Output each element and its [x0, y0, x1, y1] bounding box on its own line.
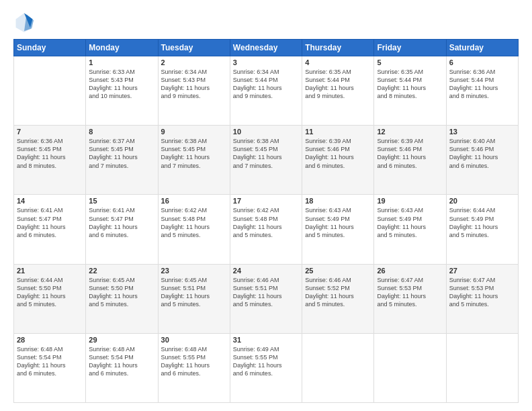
- cell-info: Sunrise: 6:45 AM Sunset: 5:50 PM Dayligh…: [89, 276, 154, 309]
- calendar-header-row: SundayMondayTuesdayWednesdayThursdayFrid…: [14, 40, 519, 56]
- day-number: 21: [17, 267, 83, 275]
- day-number: 26: [377, 267, 443, 275]
- day-number: 25: [305, 267, 371, 275]
- cell-info: Sunrise: 6:45 AM Sunset: 5:51 PM Dayligh…: [161, 276, 227, 309]
- col-header-friday: Friday: [374, 40, 446, 56]
- calendar-cell: 10Sunrise: 6:38 AM Sunset: 5:45 PM Dayli…: [230, 126, 302, 195]
- cell-info: Sunrise: 6:38 AM Sunset: 5:45 PM Dayligh…: [161, 137, 227, 170]
- calendar-cell: 18Sunrise: 6:43 AM Sunset: 5:49 PM Dayli…: [302, 195, 374, 264]
- day-number: 6: [449, 58, 515, 66]
- col-header-tuesday: Tuesday: [158, 40, 230, 56]
- calendar-cell: 2Sunrise: 6:34 AM Sunset: 5:43 PM Daylig…: [158, 56, 230, 126]
- cell-info: Sunrise: 6:39 AM Sunset: 5:46 PM Dayligh…: [377, 137, 443, 170]
- calendar-cell: 31Sunrise: 6:49 AM Sunset: 5:55 PM Dayli…: [230, 333, 302, 402]
- cell-info: Sunrise: 6:36 AM Sunset: 5:45 PM Dayligh…: [17, 137, 83, 170]
- col-header-wednesday: Wednesday: [230, 40, 302, 56]
- day-number: 27: [449, 267, 515, 275]
- cell-info: Sunrise: 6:44 AM Sunset: 5:49 PM Dayligh…: [449, 206, 515, 239]
- calendar-cell: 14Sunrise: 6:41 AM Sunset: 5:47 PM Dayli…: [14, 195, 86, 264]
- calendar-cell: 22Sunrise: 6:45 AM Sunset: 5:50 PM Dayli…: [86, 264, 158, 333]
- day-number: 19: [377, 197, 443, 205]
- cell-info: Sunrise: 6:47 AM Sunset: 5:53 PM Dayligh…: [377, 276, 443, 309]
- cell-info: Sunrise: 6:42 AM Sunset: 5:48 PM Dayligh…: [233, 206, 299, 239]
- calendar-cell: 11Sunrise: 6:39 AM Sunset: 5:46 PM Dayli…: [302, 126, 374, 195]
- day-number: 16: [161, 197, 227, 205]
- cell-info: Sunrise: 6:46 AM Sunset: 5:52 PM Dayligh…: [305, 276, 371, 309]
- cell-info: Sunrise: 6:33 AM Sunset: 5:43 PM Dayligh…: [89, 68, 154, 101]
- day-number: 5: [377, 58, 443, 66]
- calendar-cell: 9Sunrise: 6:38 AM Sunset: 5:45 PM Daylig…: [158, 126, 230, 195]
- calendar-cell: 16Sunrise: 6:42 AM Sunset: 5:48 PM Dayli…: [158, 195, 230, 264]
- week-row-5: 28Sunrise: 6:48 AM Sunset: 5:54 PM Dayli…: [14, 333, 519, 402]
- calendar-cell: 25Sunrise: 6:46 AM Sunset: 5:52 PM Dayli…: [302, 264, 374, 333]
- cell-info: Sunrise: 6:39 AM Sunset: 5:46 PM Dayligh…: [305, 137, 371, 170]
- week-row-2: 7Sunrise: 6:36 AM Sunset: 5:45 PM Daylig…: [14, 126, 519, 195]
- calendar-cell: 1Sunrise: 6:33 AM Sunset: 5:43 PM Daylig…: [86, 56, 158, 126]
- calendar-cell: 26Sunrise: 6:47 AM Sunset: 5:53 PM Dayli…: [374, 264, 446, 333]
- calendar-table: SundayMondayTuesdayWednesdayThursdayFrid…: [13, 39, 519, 403]
- col-header-sunday: Sunday: [14, 40, 86, 56]
- day-number: 11: [305, 128, 371, 136]
- cell-info: Sunrise: 6:36 AM Sunset: 5:44 PM Dayligh…: [449, 68, 515, 101]
- cell-info: Sunrise: 6:43 AM Sunset: 5:49 PM Dayligh…: [377, 206, 443, 239]
- calendar-cell: 15Sunrise: 6:41 AM Sunset: 5:47 PM Dayli…: [86, 195, 158, 264]
- day-number: 31: [233, 336, 299, 344]
- day-number: 29: [89, 336, 154, 344]
- day-number: 23: [161, 267, 227, 275]
- calendar-cell: 29Sunrise: 6:48 AM Sunset: 5:54 PM Dayli…: [86, 333, 158, 402]
- day-number: 20: [449, 197, 515, 205]
- calendar-cell: 30Sunrise: 6:48 AM Sunset: 5:55 PM Dayli…: [158, 333, 230, 402]
- logo: [13, 11, 38, 32]
- day-number: 9: [161, 128, 227, 136]
- cell-info: Sunrise: 6:35 AM Sunset: 5:44 PM Dayligh…: [305, 68, 371, 101]
- day-number: 1: [89, 58, 154, 66]
- cell-info: Sunrise: 6:34 AM Sunset: 5:43 PM Dayligh…: [161, 68, 227, 101]
- calendar-cell: [446, 333, 518, 402]
- calendar-cell: 24Sunrise: 6:46 AM Sunset: 5:51 PM Dayli…: [230, 264, 302, 333]
- day-number: 8: [89, 128, 154, 136]
- day-number: 28: [17, 336, 83, 344]
- cell-info: Sunrise: 6:35 AM Sunset: 5:44 PM Dayligh…: [377, 68, 443, 101]
- col-header-saturday: Saturday: [446, 40, 518, 56]
- week-row-4: 21Sunrise: 6:44 AM Sunset: 5:50 PM Dayli…: [14, 264, 519, 333]
- col-header-thursday: Thursday: [302, 40, 374, 56]
- day-number: 7: [17, 128, 83, 136]
- header: [13, 11, 519, 32]
- calendar-cell: 5Sunrise: 6:35 AM Sunset: 5:44 PM Daylig…: [374, 56, 446, 126]
- calendar-cell: [14, 56, 86, 126]
- day-number: 10: [233, 128, 299, 136]
- calendar-cell: 3Sunrise: 6:34 AM Sunset: 5:44 PM Daylig…: [230, 56, 302, 126]
- day-number: 24: [233, 267, 299, 275]
- cell-info: Sunrise: 6:41 AM Sunset: 5:47 PM Dayligh…: [89, 206, 154, 239]
- calendar-cell: 12Sunrise: 6:39 AM Sunset: 5:46 PM Dayli…: [374, 126, 446, 195]
- cell-info: Sunrise: 6:43 AM Sunset: 5:49 PM Dayligh…: [305, 206, 371, 239]
- cell-info: Sunrise: 6:38 AM Sunset: 5:45 PM Dayligh…: [233, 137, 299, 170]
- calendar-cell: 17Sunrise: 6:42 AM Sunset: 5:48 PM Dayli…: [230, 195, 302, 264]
- day-number: 18: [305, 197, 371, 205]
- week-row-1: 1Sunrise: 6:33 AM Sunset: 5:43 PM Daylig…: [14, 56, 519, 126]
- calendar-cell: 8Sunrise: 6:37 AM Sunset: 5:45 PM Daylig…: [86, 126, 158, 195]
- day-number: 2: [161, 58, 227, 66]
- cell-info: Sunrise: 6:34 AM Sunset: 5:44 PM Dayligh…: [233, 68, 299, 101]
- cell-info: Sunrise: 6:44 AM Sunset: 5:50 PM Dayligh…: [17, 276, 83, 309]
- day-number: 30: [161, 336, 227, 344]
- cell-info: Sunrise: 6:46 AM Sunset: 5:51 PM Dayligh…: [233, 276, 299, 309]
- day-number: 13: [449, 128, 515, 136]
- day-number: 4: [305, 58, 371, 66]
- day-number: 12: [377, 128, 443, 136]
- week-row-3: 14Sunrise: 6:41 AM Sunset: 5:47 PM Dayli…: [14, 195, 519, 264]
- calendar-cell: 6Sunrise: 6:36 AM Sunset: 5:44 PM Daylig…: [446, 56, 518, 126]
- calendar-cell: 19Sunrise: 6:43 AM Sunset: 5:49 PM Dayli…: [374, 195, 446, 264]
- day-number: 3: [233, 58, 299, 66]
- cell-info: Sunrise: 6:42 AM Sunset: 5:48 PM Dayligh…: [161, 206, 227, 239]
- calendar-cell: 20Sunrise: 6:44 AM Sunset: 5:49 PM Dayli…: [446, 195, 518, 264]
- cell-info: Sunrise: 6:48 AM Sunset: 5:55 PM Dayligh…: [161, 345, 227, 378]
- cell-info: Sunrise: 6:47 AM Sunset: 5:53 PM Dayligh…: [449, 276, 515, 309]
- day-number: 22: [89, 267, 154, 275]
- calendar-cell: 7Sunrise: 6:36 AM Sunset: 5:45 PM Daylig…: [14, 126, 86, 195]
- calendar-cell: 27Sunrise: 6:47 AM Sunset: 5:53 PM Dayli…: [446, 264, 518, 333]
- cell-info: Sunrise: 6:48 AM Sunset: 5:54 PM Dayligh…: [89, 345, 154, 378]
- logo-icon: [13, 11, 35, 32]
- day-number: 15: [89, 197, 154, 205]
- cell-info: Sunrise: 6:48 AM Sunset: 5:54 PM Dayligh…: [17, 345, 83, 378]
